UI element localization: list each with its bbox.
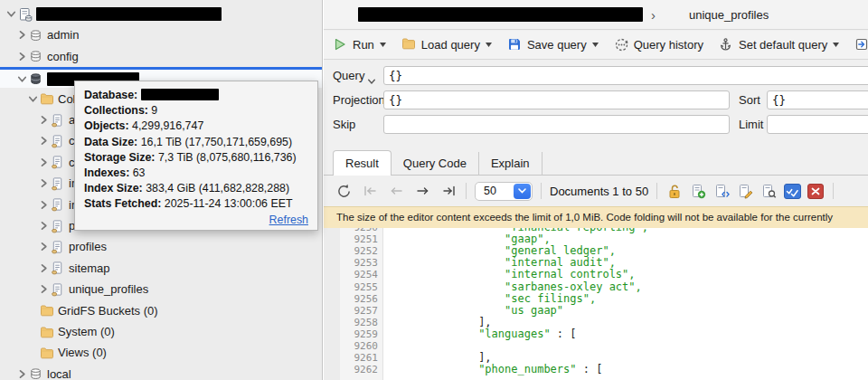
tab-query-code[interactable]: Query Code — [392, 152, 479, 176]
chevron-down-icon[interactable] — [514, 184, 531, 199]
chevron-right-icon[interactable] — [38, 221, 50, 232]
refresh-stats-link[interactable]: Refresh — [269, 214, 308, 226]
code-content: "sec filings", — [387, 293, 596, 305]
dropdown-caret-icon[interactable] — [592, 43, 599, 47]
delete-document-icon[interactable] — [807, 183, 825, 199]
tree-item-local[interactable]: local — [0, 364, 322, 380]
toolbar-divider — [541, 183, 542, 199]
view-document-icon[interactable] — [760, 183, 778, 199]
page-size-select[interactable]: 50 — [475, 182, 533, 201]
code-line: 9256"sec filings", — [324, 293, 868, 305]
tooltip-refresh-row: Refresh — [84, 213, 308, 228]
unlock-icon[interactable] — [665, 183, 684, 199]
run-icon — [333, 37, 348, 52]
previous-page-icon[interactable] — [387, 183, 405, 199]
redacted-database-name — [141, 89, 219, 100]
first-page-icon[interactable] — [361, 183, 379, 199]
tree-item-profiles[interactable]: profiles — [0, 236, 322, 257]
tree-item-label: Views (0) — [58, 346, 107, 359]
collection-icon — [664, 7, 679, 22]
chevron-right-icon[interactable] — [38, 157, 50, 167]
history-icon — [614, 37, 629, 52]
chevron-right-icon[interactable] — [38, 242, 50, 252]
document-code-icon[interactable] — [712, 183, 731, 199]
result-toolbar: 50 Documents 1 to 50 — [324, 176, 868, 206]
db-icon — [28, 28, 43, 43]
line-number: 9251 — [340, 233, 378, 245]
button-label: Load query — [421, 38, 480, 52]
next-page-icon[interactable] — [413, 183, 431, 199]
multi-select-icon[interactable] — [783, 183, 801, 199]
last-page-icon[interactable] — [439, 183, 458, 199]
tree-item-label: sitemap — [69, 261, 110, 275]
chevron-down-icon[interactable] — [27, 93, 39, 104]
folder-icon — [401, 37, 417, 52]
run-button[interactable]: Run — [333, 37, 386, 52]
tree-item-redacted[interactable] — [0, 4, 322, 24]
tree-item-label: local — [47, 367, 71, 380]
stat-row: Index Size: 383,4 GiB (411,682,828,288) — [84, 181, 308, 196]
set-default-query-button[interactable]: Set default query — [719, 37, 839, 52]
anchor-icon — [719, 37, 734, 52]
tree-item-label: admin — [47, 28, 79, 42]
tree-item-config[interactable]: config — [0, 46, 322, 67]
database-stats-rows: Database: Collections: 9Objects: 4,299,9… — [84, 88, 308, 213]
folder-icon — [39, 91, 54, 106]
tab-result[interactable]: Result — [333, 150, 392, 176]
code-content: "languages" : [ — [387, 328, 577, 340]
collection-icon — [50, 176, 65, 191]
tree-item-sitemap[interactable]: sitemap — [0, 258, 322, 279]
refresh-results-icon[interactable] — [335, 183, 353, 199]
chevron-down-icon[interactable] — [16, 73, 28, 84]
chevron-right-icon[interactable] — [38, 262, 50, 273]
save-query-button[interactable]: Save query — [507, 37, 599, 52]
toolbar-divider — [466, 183, 467, 199]
line-number: 9257 — [340, 305, 378, 317]
chevron-right-icon[interactable] — [38, 115, 50, 126]
code-line: 9259"languages" : [ — [324, 328, 868, 340]
tree-item-label: config — [47, 50, 79, 63]
chevron-right-icon[interactable] — [38, 199, 50, 210]
tree-item-system-0-[interactable]: System (0) — [0, 321, 322, 342]
tree-item-admin[interactable]: admin — [0, 24, 322, 45]
chevron-right-icon[interactable] — [16, 30, 28, 41]
redacted-name — [36, 7, 222, 21]
result-tabs: ResultQuery CodeExplain — [324, 150, 868, 176]
add-document-icon[interactable] — [689, 183, 707, 199]
chevron-right-icon[interactable] — [16, 368, 28, 379]
json-result-editor[interactable]: 9250"financial reporting",9251"gaap",925… — [324, 206, 868, 380]
chevron-right-icon[interactable] — [38, 136, 50, 147]
tree-item-views-0-[interactable]: Views (0) — [0, 342, 322, 363]
edit-document-icon[interactable] — [736, 183, 754, 199]
dropdown-caret-icon[interactable] — [486, 43, 492, 47]
dropdown-caret-icon[interactable] — [833, 43, 839, 47]
editor-size-warning-banner: The size of the editor content exceeds t… — [324, 206, 868, 228]
toolbar-divider — [833, 183, 834, 199]
query-input[interactable] — [383, 66, 868, 85]
limit-input[interactable] — [767, 115, 868, 134]
line-number: 9253 — [340, 257, 378, 269]
skip-label: Skip — [333, 115, 355, 134]
button-label: Set default query — [739, 38, 827, 52]
chevron-right-icon[interactable] — [16, 51, 28, 62]
sort-input[interactable] — [767, 90, 868, 109]
load-query-button[interactable]: Load query — [401, 37, 492, 52]
code-content: "us gaap" — [387, 305, 563, 317]
chevron-down-icon[interactable] — [5, 9, 17, 20]
tab-explain[interactable]: Explain — [479, 152, 542, 176]
chevron-down-icon[interactable] — [367, 72, 376, 89]
tree-item-unique_profiles[interactable]: unique_profiles — [0, 279, 322, 299]
connection-tree-sidebar: adminconfigColleadcocointintpeprofilessi… — [0, 0, 323, 380]
skip-input[interactable] — [383, 115, 730, 134]
breadcrumb-collection-name: unique_profiles — [689, 8, 769, 22]
open-query-in-button[interactable]: Open query in... — [854, 37, 868, 52]
dropdown-caret-icon[interactable] — [380, 43, 386, 47]
database-stats-tooltip: Database: Collections: 9Objects: 4,299,9… — [74, 81, 318, 231]
button-label: Query history — [634, 38, 703, 52]
query-history-button[interactable]: Query history — [614, 37, 703, 52]
folder-icon — [39, 303, 54, 318]
chevron-right-icon[interactable] — [38, 284, 50, 295]
tree-item-gridfs-buckets-0-[interactable]: GridFS Buckets (0) — [0, 300, 322, 321]
chevron-right-icon[interactable] — [38, 178, 50, 189]
projection-input[interactable] — [383, 90, 730, 109]
